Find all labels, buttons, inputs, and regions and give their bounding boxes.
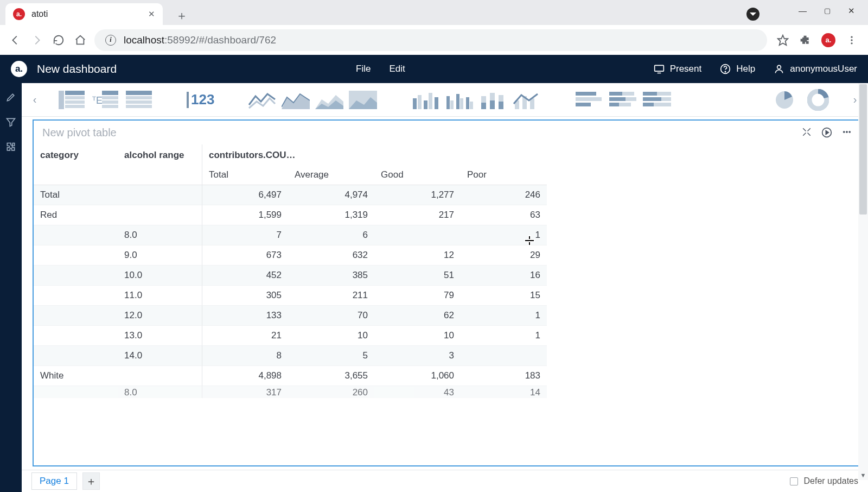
table-cell[interactable]: 183 <box>461 366 547 386</box>
filter-tool-icon[interactable] <box>5 117 16 128</box>
table-cell[interactable]: Total <box>34 185 118 205</box>
table-cell[interactable]: 1 <box>461 326 547 346</box>
table-cell[interactable]: 5 <box>288 346 374 366</box>
donut-chart-icon[interactable] <box>803 89 833 111</box>
line-chart-icon[interactable] <box>247 89 277 111</box>
forward-button[interactable] <box>29 33 44 48</box>
table-cell[interactable] <box>34 306 118 326</box>
extensions-icon[interactable] <box>800 35 810 46</box>
table-cell[interactable]: 3,655 <box>288 366 374 386</box>
table-cell[interactable]: 260 <box>288 386 374 398</box>
table-cell[interactable]: 632 <box>288 245 374 266</box>
table-cell[interactable]: 62 <box>374 306 461 326</box>
pivot-table-icon[interactable] <box>56 89 87 111</box>
table-cell[interactable]: Red <box>34 205 118 225</box>
column-header[interactable]: Good <box>374 165 461 185</box>
site-info-icon[interactable]: i <box>105 35 116 46</box>
table-cell[interactable] <box>374 225 461 245</box>
pivot-table[interactable]: categoryalcohol rangecontributors.COU…To… <box>34 144 860 398</box>
bookmark-icon[interactable] <box>777 34 789 46</box>
widget-menu-icon[interactable] <box>842 127 852 138</box>
dashboard-title[interactable]: New dashboard <box>37 62 117 75</box>
table-cell[interactable]: 14.0 <box>118 346 202 366</box>
table-cell[interactable] <box>118 366 202 386</box>
defer-updates-toggle[interactable]: Defer updates <box>790 476 858 486</box>
table-cell[interactable]: 8.0 <box>118 225 202 245</box>
table-cell[interactable]: 4,974 <box>288 185 374 205</box>
measure-header[interactable]: contributors.COU… <box>202 144 547 165</box>
table-cell[interactable]: 7 <box>202 225 288 245</box>
present-button[interactable]: Present <box>654 64 702 74</box>
close-tab-icon[interactable]: ✕ <box>148 9 155 19</box>
puzzle-tool-icon[interactable] <box>5 142 16 153</box>
table-cell[interactable]: 14 <box>461 386 547 398</box>
table-cell[interactable]: 8.0 <box>118 386 202 398</box>
table-cell[interactable]: 15 <box>461 286 547 306</box>
table-cell[interactable]: 211 <box>288 286 374 306</box>
table-cell[interactable]: 3 <box>374 346 461 366</box>
pivot-table-widget[interactable]: New pivot table categoryalcohol rangecon… <box>33 119 861 466</box>
back-button[interactable] <box>8 33 23 48</box>
stacked-area-chart-icon[interactable] <box>314 89 344 111</box>
table-cell[interactable]: 1,277 <box>374 185 461 205</box>
table-cell[interactable] <box>34 245 118 266</box>
stacked-bar-chart-icon[interactable] <box>478 89 508 111</box>
table-cell[interactable]: 305 <box>202 286 288 306</box>
menu-file[interactable]: File <box>356 64 371 74</box>
menu-edit[interactable]: Edit <box>389 64 405 74</box>
table-cell[interactable]: 1 <box>461 225 547 245</box>
page-tab[interactable]: Page 1 <box>31 472 77 490</box>
add-page-button[interactable]: ＋ <box>82 472 100 490</box>
table-cell[interactable]: 79 <box>374 286 461 306</box>
table-cell[interactable] <box>118 205 202 225</box>
table-cell[interactable]: 63 <box>461 205 547 225</box>
refresh-play-icon[interactable] <box>821 127 832 138</box>
kpi-icon[interactable]: 123 <box>187 91 214 108</box>
table-cell[interactable]: 1,599 <box>202 205 288 225</box>
home-button[interactable] <box>73 33 88 48</box>
grouped-bar-chart-icon[interactable] <box>444 89 475 111</box>
table-cell[interactable]: 452 <box>202 266 288 286</box>
table-cell[interactable] <box>34 266 118 286</box>
widget-title[interactable]: New pivot table <box>42 127 117 139</box>
hbar-chart-icon[interactable] <box>575 89 605 111</box>
table-cell[interactable]: 16 <box>461 266 547 286</box>
address-bar[interactable]: i localhost:58992/#/dashboard/762 <box>94 29 767 51</box>
column-header[interactable]: Poor <box>461 165 547 185</box>
table-cell[interactable]: 8 <box>202 346 288 366</box>
full-area-chart-icon[interactable] <box>348 89 378 111</box>
table-cell[interactable]: 10 <box>288 326 374 346</box>
row-header-category[interactable]: category <box>34 144 118 165</box>
table-cell[interactable]: 11.0 <box>118 286 202 306</box>
atoti-extension-icon[interactable]: a. <box>821 33 835 47</box>
ribbon-scroll-left[interactable]: ‹ <box>29 93 40 106</box>
table-cell[interactable]: 70 <box>288 306 374 326</box>
chrome-profile-button[interactable] <box>746 8 760 21</box>
atoti-logo[interactable]: a. <box>11 61 27 77</box>
table-cell[interactable]: White <box>34 366 118 386</box>
table-cell[interactable]: 6 <box>288 225 374 245</box>
table-cell[interactable]: 673 <box>202 245 288 266</box>
pie-chart-icon[interactable] <box>769 89 800 111</box>
flat-table-icon[interactable] <box>124 89 154 111</box>
browser-menu-icon[interactable] <box>846 35 857 46</box>
column-header[interactable]: Average <box>288 165 374 185</box>
table-cell[interactable]: 385 <box>288 266 374 286</box>
hfull-bar-chart-icon[interactable] <box>642 89 672 111</box>
table-cell[interactable]: 43 <box>374 386 461 398</box>
table-cell[interactable]: 21 <box>202 326 288 346</box>
table-cell[interactable]: 12 <box>374 245 461 266</box>
table-cell[interactable] <box>34 286 118 306</box>
table-cell[interactable]: 217 <box>374 205 461 225</box>
table-cell[interactable]: 246 <box>461 185 547 205</box>
table-cell[interactable]: 317 <box>202 386 288 398</box>
table-cell[interactable] <box>34 386 118 398</box>
table-cell[interactable]: 6,497 <box>202 185 288 205</box>
table-cell[interactable] <box>461 346 547 366</box>
table-cell[interactable]: 29 <box>461 245 547 266</box>
table-cell[interactable] <box>34 326 118 346</box>
table-cell[interactable] <box>118 185 202 205</box>
scrollbar-thumb[interactable] <box>859 84 867 215</box>
table-cell[interactable]: 1,060 <box>374 366 461 386</box>
vertical-scrollbar[interactable]: ▲ ▼ <box>858 83 868 480</box>
